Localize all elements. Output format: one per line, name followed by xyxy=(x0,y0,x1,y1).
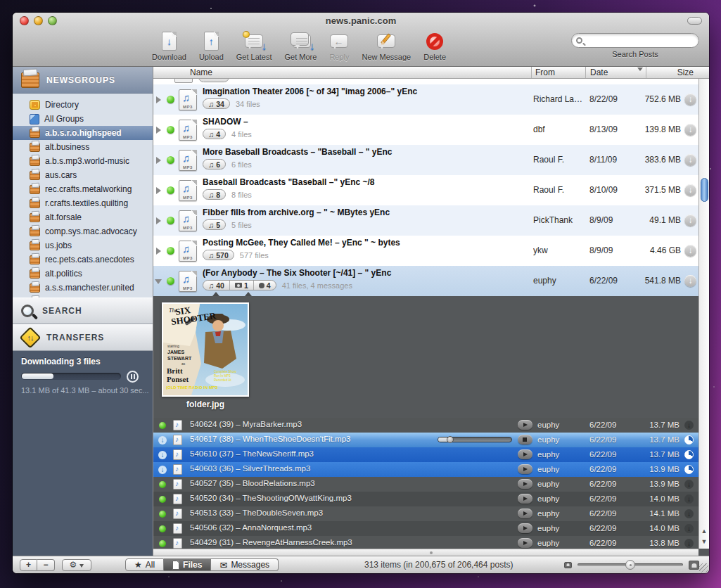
file-row[interactable]: 540506 (32) – AnnaNorquest.mp3euphy6/22/… xyxy=(153,521,698,536)
sidebar-item-directory[interactable]: Directory xyxy=(13,98,153,112)
disclosure-triangle-icon[interactable] xyxy=(155,279,162,288)
pause-button[interactable] xyxy=(127,371,139,383)
newsgroups-section-header[interactable]: NEWSGROUPS xyxy=(13,67,153,94)
file-row[interactable]: ↓540617 (38) – WhenTheShoeDoesn'tFit.mp3… xyxy=(153,433,698,447)
sidebar-item-a-s-s-manchester-united[interactable]: a.s.s.manchester.united xyxy=(13,281,153,295)
disclosure-triangle-icon[interactable] xyxy=(156,157,165,164)
search-input[interactable] xyxy=(582,36,688,46)
file-row[interactable]: ↓540610 (37) – TheNewSheriff.mp3euphy6/2… xyxy=(153,447,698,462)
disclosure-triangle-icon[interactable] xyxy=(156,127,165,134)
attachment-count-badge[interactable]: ♫570 xyxy=(203,250,234,260)
sidebar-item-a-b-s-mp3-world-music[interactable]: a.b.s.mp3.world-music xyxy=(13,154,153,168)
thread-row[interactable]: ♫MP3Posting McGee, They Called Me! – yEn… xyxy=(153,236,698,266)
upload-button[interactable]: ↑Upload xyxy=(199,31,224,61)
new-message-button[interactable]: New Message xyxy=(362,31,411,61)
horizontal-scrollbar[interactable] xyxy=(153,549,698,556)
music-note-icon: ♫ xyxy=(208,221,214,229)
attachment-count-badge[interactable]: ♫34 xyxy=(203,98,230,109)
play-button[interactable] xyxy=(518,509,532,518)
sidebar-item-alt-business[interactable]: alt.business xyxy=(13,140,153,154)
disclosure-triangle-icon[interactable] xyxy=(156,248,165,255)
play-button[interactable] xyxy=(518,523,532,533)
attachment-count-badge[interactable]: ♫4 xyxy=(203,129,226,139)
play-button[interactable] xyxy=(518,449,532,459)
sidebar-item-alt-forsale[interactable]: alt.forsale xyxy=(13,210,153,224)
action-menu-button[interactable]: ⚙ xyxy=(62,559,91,571)
thread-row[interactable]: ♫MP3More Baseball Broadcasts – "Baseball… xyxy=(153,145,698,175)
thread-size: 371.5 MB xyxy=(629,185,681,195)
sidebar-item-a-b-s-r-o-highspeed[interactable]: a.b.s.r.o.highspeed xyxy=(13,126,153,140)
disclosure-triangle-icon[interactable] xyxy=(156,187,165,194)
download-thread-button[interactable]: ↓ xyxy=(684,124,696,136)
attachment-count-badge[interactable]: ♫8 xyxy=(203,189,226,200)
scroll-up-arrow[interactable]: ▲ xyxy=(699,526,709,537)
download-progress-slider[interactable] xyxy=(438,437,512,442)
scroll-down-arrow[interactable]: ▼ xyxy=(699,537,709,547)
sidebar-item-rec-crafts-metalworking[interactable]: rec.crafts.metalworking xyxy=(13,182,153,196)
play-button[interactable] xyxy=(518,494,532,504)
size-slider-thumb[interactable] xyxy=(625,560,635,570)
column-header-size[interactable]: Size xyxy=(650,68,694,77)
download-thread-button[interactable]: ↓ xyxy=(684,215,696,226)
column-header-from[interactable]: From xyxy=(535,68,555,77)
search-section-header[interactable]: SEARCH xyxy=(13,298,153,324)
vertical-scrollbar[interactable]: ▲ ▼ xyxy=(698,79,709,549)
file-row[interactable]: 540527 (35) – BloodRelations.mp3euphy6/2… xyxy=(153,477,698,492)
thread-row[interactable]: ♫MP3SHADOW –♫44 filesdbf8/13/09139.8 MB↓ xyxy=(153,115,698,145)
play-button[interactable] xyxy=(518,479,532,489)
resize-grip[interactable] xyxy=(699,563,708,573)
segment-files[interactable]: Files xyxy=(164,558,211,571)
thread-row[interactable]: ♫MP3Imagination Theater 2006 [~ of 34] "… xyxy=(153,84,698,115)
thread-row[interactable]: ♫MP3(For Anybody – The Six Shooter [~/41… xyxy=(153,266,698,296)
file-row[interactable]: 540520 (34) – TheShootingOfWyattKing.mp3… xyxy=(153,492,698,506)
column-header-date[interactable]: Date xyxy=(590,68,608,77)
transfers-section-header[interactable]: TRANSFERS xyxy=(13,324,153,351)
search-field[interactable] xyxy=(571,33,699,48)
sidebar-item-alt-politics[interactable]: alt.politics xyxy=(13,267,153,281)
sidebar-item-rec-pets-cats-anecdotes[interactable]: rec.pets.cats.anecdotes xyxy=(13,253,153,267)
file-row[interactable]: 540429 (31) – RevengeAtHarnessCreek.mp3e… xyxy=(153,536,698,549)
download-thread-button[interactable]: ↓ xyxy=(684,154,696,166)
file-row[interactable]: 540624 (39) – MyraBarker.mp3euphy6/22/09… xyxy=(153,418,698,433)
disclosure-triangle-icon[interactable] xyxy=(156,96,165,103)
play-button[interactable] xyxy=(518,420,532,430)
vertical-scrollbar-thumb[interactable] xyxy=(701,178,708,202)
new-message-icon xyxy=(377,31,395,51)
attachment-thumbnail[interactable]: TheSIXSHOOTERstarringJAMESSTEWARTasBritt… xyxy=(162,302,249,397)
sidebar-item-all-groups[interactable]: All Groups xyxy=(13,112,153,126)
download-thread-button[interactable]: ↓ xyxy=(684,275,696,287)
file-row[interactable]: ↓540603 (36) – SilverThreads.mp3euphy6/2… xyxy=(153,462,698,477)
download-thread-button[interactable]: ↓ xyxy=(684,184,696,196)
get-latest-button[interactable]: ↓Get Latest xyxy=(236,31,272,61)
attachment-count-badge[interactable]: ♫5 xyxy=(203,219,226,230)
column-separator[interactable] xyxy=(585,67,586,78)
file-row[interactable]: 540513 (33) – TheDoubleSeven.mp3euphy6/2… xyxy=(153,506,698,521)
play-button[interactable] xyxy=(518,538,532,548)
reply-button[interactable]: ←Reply xyxy=(329,31,349,61)
column-header-name[interactable]: Name xyxy=(190,68,212,77)
segment-all[interactable]: ★All xyxy=(125,558,164,571)
get-more-button[interactable]: ↓Get More xyxy=(285,31,317,61)
sidebar-item-r-crafts-textiles-quilting[interactable]: r.crafts.textiles.quilting xyxy=(13,196,153,210)
thread-row[interactable]: ♫MP3Baseball Broadcasts "Baseball –" yEn… xyxy=(153,175,698,205)
add-button[interactable]: + xyxy=(20,559,37,571)
segment-messages[interactable]: ✉Messages xyxy=(211,558,279,571)
column-separator[interactable] xyxy=(531,67,532,78)
toolbar-toggle-button[interactable] xyxy=(687,17,702,25)
sidebar-item-comp-sys-mac-advocacy[interactable]: comp.sys.mac.advocacy xyxy=(13,224,153,238)
sidebar-item-aus-cars[interactable]: aus.cars xyxy=(13,168,153,182)
size-slider[interactable] xyxy=(578,563,683,566)
remove-button[interactable]: − xyxy=(37,559,55,571)
column-separator[interactable] xyxy=(646,67,646,78)
attachment-count-badge[interactable]: ♫6 xyxy=(203,159,226,170)
sidebar-item-us-jobs[interactable]: us.jobs xyxy=(13,238,153,253)
stop-button[interactable] xyxy=(518,435,532,445)
play-button[interactable] xyxy=(518,464,532,474)
delete-button[interactable]: Delete xyxy=(423,31,446,61)
download-button[interactable]: ↓Download xyxy=(152,31,186,61)
download-thread-button[interactable]: ↓ xyxy=(684,245,696,257)
thread-row[interactable]: ♫MP3Fibber fills from archive.org – " ~ … xyxy=(153,205,698,236)
download-thread-button[interactable]: ↓ xyxy=(684,94,696,106)
disclosure-triangle-icon[interactable] xyxy=(156,217,165,224)
bubble-more-icon: ↓ xyxy=(290,31,311,51)
